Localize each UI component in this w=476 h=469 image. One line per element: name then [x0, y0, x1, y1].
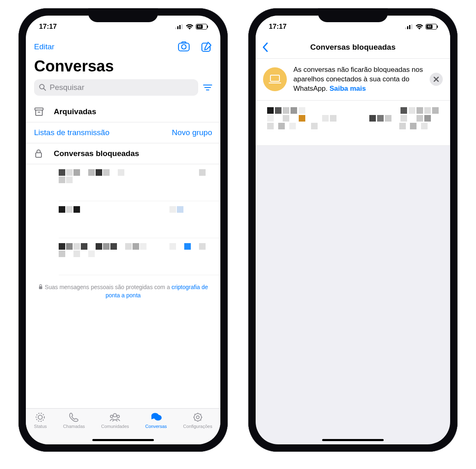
- wifi-icon: [416, 24, 423, 30]
- locked-chat-item[interactable]: [256, 101, 450, 146]
- search-placeholder: Pesquisar: [50, 83, 85, 92]
- topbar-icons: [178, 41, 212, 53]
- svg-line-29: [195, 414, 195, 415]
- filter-icon[interactable]: [203, 84, 212, 91]
- tab-status[interactable]: Status: [34, 412, 47, 429]
- signal-icon: [175, 24, 183, 29]
- status-time: 17:17: [269, 23, 286, 31]
- tab-chats[interactable]: Conversas: [145, 412, 167, 429]
- phone-icon: [68, 412, 80, 423]
- newgroup-link[interactable]: Novo grupo: [172, 128, 212, 137]
- communities-icon: [109, 412, 121, 423]
- broadcast-link[interactable]: Listas de transmissão: [34, 128, 110, 137]
- screen-locked-chats: 17:17 62 Conversas bloqueadas A: [256, 16, 450, 444]
- svg-rect-34: [407, 26, 408, 29]
- battery-icon: 62: [196, 24, 207, 30]
- svg-point-17: [36, 413, 44, 421]
- svg-rect-2: [179, 25, 181, 29]
- svg-line-31: [200, 414, 201, 415]
- svg-line-32: [195, 420, 195, 421]
- tab-label: Configurações: [183, 424, 212, 429]
- encryption-text: Suas mensagens pessoais são protegidas c…: [45, 284, 172, 290]
- chat-item-redacted[interactable]: [59, 238, 220, 275]
- svg-rect-16: [39, 286, 42, 289]
- svg-rect-35: [409, 25, 410, 29]
- svg-rect-13: [36, 110, 42, 115]
- link-row: Listas de transmissão Novo grupo: [26, 122, 220, 143]
- svg-rect-0: [175, 28, 176, 29]
- redacted-content: [267, 107, 439, 129]
- svg-rect-36: [411, 24, 412, 29]
- close-icon: [433, 76, 439, 82]
- svg-rect-37: [270, 75, 279, 81]
- svg-point-24: [196, 416, 199, 419]
- status-right: 62: [405, 24, 437, 30]
- locked-chats-row[interactable]: Conversas bloqueadas: [26, 143, 220, 164]
- lock-icon: [34, 149, 45, 158]
- svg-point-19: [113, 414, 117, 417]
- tab-label: Chamadas: [63, 424, 85, 429]
- chats-icon: [150, 412, 162, 423]
- edit-button[interactable]: Editar: [34, 42, 55, 51]
- svg-rect-15: [36, 153, 41, 157]
- svg-point-21: [117, 415, 119, 418]
- page-title: Conversas: [26, 55, 220, 79]
- tab-calls[interactable]: Chamadas: [63, 412, 85, 429]
- search-input[interactable]: Pesquisar: [34, 79, 198, 96]
- svg-line-30: [200, 420, 201, 421]
- svg-point-20: [110, 415, 113, 418]
- home-indicator: [92, 439, 154, 441]
- tab-label: Conversas: [145, 424, 167, 429]
- home-indicator: [322, 439, 384, 441]
- locked-label: Conversas bloqueadas: [54, 149, 139, 158]
- svg-point-5: [182, 45, 186, 49]
- svg-point-22: [154, 415, 162, 421]
- notch: [318, 8, 388, 22]
- laptop-icon: [263, 67, 287, 91]
- nav-title: Conversas bloqueadas: [310, 43, 396, 52]
- battery-icon: 62: [426, 24, 437, 30]
- svg-point-18: [38, 415, 42, 419]
- learn-more-link[interactable]: Saiba mais: [330, 85, 366, 92]
- redacted-content: [59, 164, 220, 183]
- chat-item-redacted[interactable]: [59, 164, 220, 201]
- status-icon: [34, 412, 46, 423]
- chat-item-redacted[interactable]: [59, 201, 220, 238]
- tab-label: Status: [34, 424, 47, 429]
- status-time: 17:17: [39, 23, 57, 31]
- camera-icon[interactable]: [178, 41, 190, 53]
- compose-icon[interactable]: [201, 41, 212, 53]
- tab-settings[interactable]: Configurações: [183, 412, 212, 429]
- top-bar: Editar: [26, 38, 220, 55]
- phone-frame-left: 17:17 62 Editar Conve: [18, 8, 228, 452]
- banner-text: As conversas não ficarão bloqueadas nos …: [293, 65, 423, 94]
- lock-small-icon: [38, 284, 43, 290]
- screen-chats: 17:17 62 Editar Conve: [26, 16, 220, 444]
- svg-rect-1: [177, 26, 178, 29]
- archive-icon: [34, 107, 45, 116]
- close-button[interactable]: [430, 73, 443, 86]
- phone-frame-right: 17:17 62 Conversas bloqueadas A: [248, 8, 458, 452]
- nav-bar: Conversas bloqueadas: [256, 38, 450, 59]
- notch: [88, 8, 158, 22]
- wifi-icon: [186, 24, 193, 30]
- svg-line-8: [44, 89, 46, 91]
- tab-communities[interactable]: Comunidades: [101, 412, 129, 429]
- encryption-note: Suas mensagens pessoais são protegidas c…: [26, 275, 220, 308]
- status-right: 62: [175, 24, 207, 30]
- signal-icon: [405, 24, 413, 29]
- tab-label: Comunidades: [101, 424, 129, 429]
- archived-row[interactable]: Arquivadas: [26, 101, 220, 122]
- info-banner: As conversas não ficarão bloqueadas nos …: [256, 59, 450, 101]
- search-icon: [39, 84, 46, 91]
- redacted-content: [59, 238, 220, 257]
- search-row: Pesquisar: [26, 79, 220, 101]
- svg-rect-33: [405, 28, 406, 29]
- gear-icon: [192, 412, 204, 423]
- back-button[interactable]: [262, 42, 268, 52]
- svg-rect-3: [181, 24, 183, 29]
- archived-label: Arquivadas: [54, 107, 96, 116]
- redacted-content: [59, 201, 220, 213]
